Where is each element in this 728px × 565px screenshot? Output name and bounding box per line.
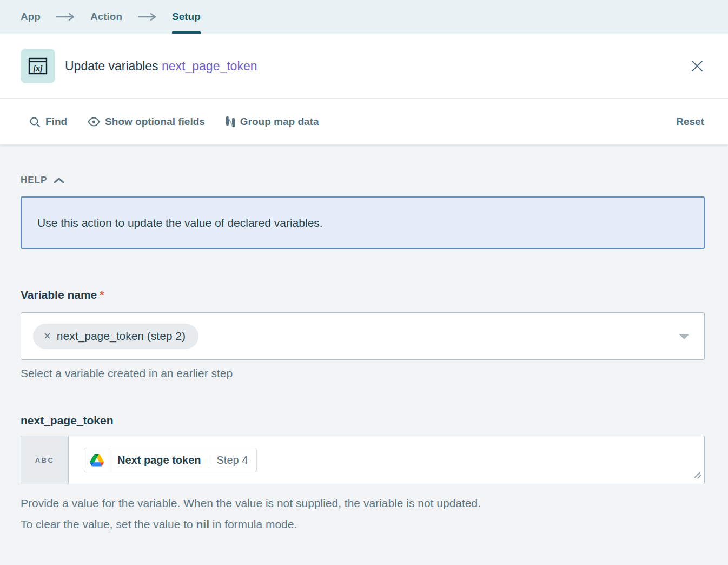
page-title-variable-link[interactable]: next_page_token bbox=[162, 59, 257, 73]
page-title-text: Update variables bbox=[65, 59, 158, 73]
group-map-data-icon bbox=[226, 116, 235, 128]
action-setup-panel: App Action Setup [x] Update variables ne… bbox=[0, 0, 728, 565]
variable-name-label-text: Variable name bbox=[21, 288, 97, 301]
show-optional-fields-button[interactable]: Show optional fields bbox=[88, 116, 205, 128]
value-helper-nil: nil bbox=[196, 518, 210, 530]
value-helper-line1: Provide a value for the variable. When t… bbox=[21, 497, 481, 509]
breadcrumb-action[interactable]: Action bbox=[90, 0, 122, 34]
help-heading-label: HELP bbox=[21, 175, 47, 186]
value-helper-text: Provide a value for the variable. When t… bbox=[21, 492, 705, 535]
datapill-next-page-token[interactable]: Next page token Step 4 bbox=[84, 448, 257, 472]
arrow-right-icon bbox=[137, 0, 157, 34]
datapill-name: Next page token bbox=[109, 448, 209, 472]
group-map-data-label: Group map data bbox=[240, 116, 319, 128]
close-icon bbox=[690, 59, 704, 73]
variable-name-label: Variable name* bbox=[21, 288, 705, 301]
datapill-icon-cell bbox=[84, 448, 109, 472]
search-icon bbox=[29, 116, 41, 128]
remove-tag-icon[interactable]: × bbox=[44, 330, 51, 342]
find-label: Find bbox=[45, 116, 67, 128]
variables-app-icon: [x] bbox=[21, 49, 55, 83]
variable-name-helper-text: Select a variable created in an earlier … bbox=[21, 367, 705, 380]
required-marker: * bbox=[100, 288, 104, 301]
breadcrumb-action-label: Action bbox=[90, 11, 122, 23]
reset-label: Reset bbox=[676, 116, 704, 128]
value-input-area[interactable]: Next page token Step 4 bbox=[69, 436, 704, 484]
breadcrumb-setup-label: Setup bbox=[172, 11, 201, 23]
reset-button[interactable]: Reset bbox=[676, 116, 704, 128]
close-button[interactable] bbox=[688, 57, 706, 75]
field-toolbar: Find Show optional fields Group map data… bbox=[0, 99, 728, 144]
chevron-up-icon bbox=[54, 177, 64, 183]
selected-variable-tag-label: next_page_token (step 2) bbox=[57, 330, 186, 343]
data-type-badge: ABC bbox=[21, 436, 69, 484]
breadcrumb-setup[interactable]: Setup bbox=[172, 0, 201, 34]
group-map-data-button[interactable]: Group map data bbox=[226, 116, 319, 128]
arrow-right-icon bbox=[56, 0, 75, 34]
resize-handle[interactable] bbox=[693, 471, 701, 481]
breadcrumb-app-label: App bbox=[21, 11, 41, 23]
breadcrumb: App Action Setup bbox=[0, 0, 728, 34]
help-callout: Use this action to update the value of d… bbox=[21, 196, 705, 249]
help-callout-text: Use this action to update the value of d… bbox=[37, 216, 323, 229]
setup-form: HELP Use this action to update the value… bbox=[0, 144, 728, 565]
svg-text:[x]: [x] bbox=[33, 64, 43, 73]
find-button[interactable]: Find bbox=[29, 116, 67, 128]
page-title: Update variables next_page_token bbox=[65, 59, 257, 74]
google-drive-icon bbox=[90, 454, 104, 467]
value-helper-line2-prefix: To clear the value, set the value to bbox=[21, 518, 196, 530]
help-section-toggle[interactable]: HELP bbox=[21, 175, 705, 186]
show-optional-fields-label: Show optional fields bbox=[105, 116, 205, 128]
datapill-step: Step 4 bbox=[209, 448, 256, 472]
selected-variable-tag: × next_page_token (step 2) bbox=[33, 324, 198, 349]
chevron-down-icon[interactable] bbox=[679, 334, 689, 339]
breadcrumb-app[interactable]: App bbox=[21, 0, 41, 34]
variables-window-icon: [x] bbox=[27, 55, 49, 77]
eye-icon bbox=[88, 117, 100, 127]
step-header: [x] Update variables next_page_token bbox=[0, 34, 728, 99]
variable-name-select[interactable]: × next_page_token (step 2) bbox=[21, 312, 705, 360]
value-helper-line2-suffix: in formula mode. bbox=[209, 518, 297, 530]
value-input[interactable]: ABC Next page token bbox=[21, 436, 705, 484]
value-field-label: next_page_token bbox=[21, 414, 705, 427]
